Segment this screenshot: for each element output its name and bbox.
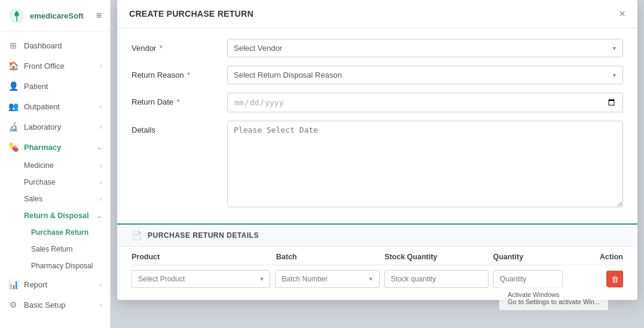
table-header: Product Batch Stock Quantity Quantity Ac… — [132, 247, 623, 265]
return-reason-label: Return Reason * — [132, 66, 227, 79]
chevron-icon: › — [100, 281, 102, 288]
patient-icon: 👤 — [8, 81, 18, 91]
dashboard-icon: ⊞ — [8, 41, 18, 50]
chevron-icon: › — [100, 163, 102, 169]
details-section: 📄 PURCHASE RETURN DETAILS Product Batch … — [117, 223, 637, 300]
front-office-icon: 🏠 — [8, 61, 18, 70]
col-header-quantity: Quantity — [493, 253, 565, 261]
chevron-icon: › — [100, 302, 102, 308]
logo-text: emedicareSoft — [30, 11, 84, 20]
vendor-control: Select Vendor — [227, 39, 623, 57]
sidebar-item-outpatient[interactable]: 👥 Outpatient › — [0, 96, 110, 117]
sidebar-item-patient[interactable]: 👤 Patient — [0, 76, 110, 96]
col-header-action: Action — [565, 253, 623, 261]
sidebar-item-laboratory[interactable]: 🔬 Laboratory › — [0, 117, 110, 137]
product-select[interactable]: Select Product — [132, 270, 270, 288]
sidebar-item-dashboard[interactable]: ⊞ Dashboard — [0, 35, 110, 56]
chevron-icon: ⌄ — [97, 213, 102, 219]
batch-select[interactable]: Batch Number — [275, 270, 379, 288]
stock-qty-input[interactable] — [384, 270, 489, 288]
chevron-icon: ⌄ — [97, 144, 102, 151]
logo-icon — [8, 7, 25, 24]
sidebar-item-purchase[interactable]: Purchase › — [0, 174, 110, 191]
sidebar-item-basic-setup[interactable]: ⚙ Basic Setup › — [0, 295, 110, 315]
vendor-row: Vendor * Select Vendor — [132, 39, 623, 57]
sidebar-item-front-office[interactable]: 🏠 Front Office › — [0, 56, 110, 76]
return-reason-select[interactable]: Select Return Disposal Reason — [227, 66, 623, 84]
details-textarea[interactable] — [227, 121, 623, 207]
vendor-select-wrap: Select Vendor — [227, 39, 623, 57]
pharmacy-icon: 💊 — [8, 142, 18, 152]
form-section: Vendor * Select Vendor — [117, 28, 637, 223]
chevron-icon: › — [100, 196, 102, 203]
col-header-stock-qty: Stock Quantity — [384, 253, 493, 261]
sidebar-nav: ⊞ Dashboard 🏠 Front Office › 👤 Patient 👥… — [0, 32, 110, 328]
return-date-input[interactable] — [227, 93, 623, 112]
outpatient-icon: 👥 — [8, 102, 18, 111]
batch-select-wrap: Batch Number — [275, 270, 379, 288]
sidebar-item-report[interactable]: 📊 Report › — [0, 274, 110, 295]
modal-body: Vendor * Select Vendor — [117, 28, 637, 300]
quantity-input[interactable] — [493, 270, 563, 288]
sidebar: emedicareSoft ≡ ⊞ Dashboard 🏠 Front Offi… — [0, 0, 111, 328]
return-reason-select-wrap: Select Return Disposal Reason — [227, 66, 623, 84]
chevron-icon: › — [100, 103, 102, 110]
hamburger-menu[interactable]: ≡ — [96, 10, 102, 21]
sidebar-item-pharmacy[interactable]: 💊 Pharmacy ⌄ — [0, 137, 110, 157]
details-control — [227, 121, 623, 209]
sidebar-item-sales-return[interactable]: Sales Return — [0, 241, 110, 258]
chevron-icon: › — [100, 124, 102, 130]
details-section-icon: 📄 — [132, 231, 142, 240]
main-content: CREATE PURCHASE RETURN × Vendor * — [111, 0, 644, 328]
details-label: Details — [132, 121, 227, 134]
delete-button[interactable]: 🗑 — [606, 271, 623, 287]
return-reason-row: Return Reason * Select Return Disposal R… — [132, 66, 623, 84]
chevron-icon: › — [100, 179, 102, 186]
table-row: Select Product Batch Number — [132, 270, 623, 288]
details-header: 📄 PURCHASE RETURN DETAILS — [117, 225, 637, 247]
table-section: Product Batch Stock Quantity Quantity Ac… — [117, 247, 637, 300]
sidebar-logo: emedicareSoft ≡ — [0, 0, 110, 32]
basic-setup-icon: ⚙ — [8, 300, 18, 309]
sidebar-item-medicine[interactable]: Medicine › — [0, 157, 110, 174]
col-header-batch: Batch — [276, 253, 384, 261]
close-button[interactable]: × — [619, 8, 625, 19]
product-select-wrap: Select Product — [132, 270, 270, 288]
modal-title: CREATE PURCHASE RETURN — [129, 9, 254, 19]
details-row: Details — [132, 121, 623, 209]
sidebar-item-return-disposal[interactable]: Return & Disposal ⌄ — [0, 207, 110, 224]
return-date-control — [227, 93, 623, 112]
sidebar-item-purchase-return[interactable]: Purchase Return — [0, 224, 110, 241]
sidebar-item-pharmacy-disposal[interactable]: Pharmacy Disposal — [0, 258, 110, 274]
report-icon: 📊 — [8, 280, 18, 289]
action-cell: 🗑 — [567, 271, 623, 287]
vendor-select[interactable]: Select Vendor — [227, 39, 623, 57]
return-date-row: Return Date * — [132, 93, 623, 112]
col-header-product: Product — [132, 253, 276, 261]
sidebar-item-sales[interactable]: Sales › — [0, 191, 110, 207]
return-reason-control: Select Return Disposal Reason — [227, 66, 623, 84]
laboratory-icon: 🔬 — [8, 122, 18, 131]
modal-container: CREATE PURCHASE RETURN × Vendor * — [111, 0, 644, 328]
details-section-title: PURCHASE RETURN DETAILS — [148, 231, 259, 240]
modal: CREATE PURCHASE RETURN × Vendor * — [117, 0, 637, 300]
return-date-label: Return Date * — [132, 93, 227, 106]
chevron-icon: › — [100, 63, 102, 69]
vendor-label: Vendor * — [132, 39, 227, 53]
modal-header: CREATE PURCHASE RETURN × — [117, 0, 637, 28]
